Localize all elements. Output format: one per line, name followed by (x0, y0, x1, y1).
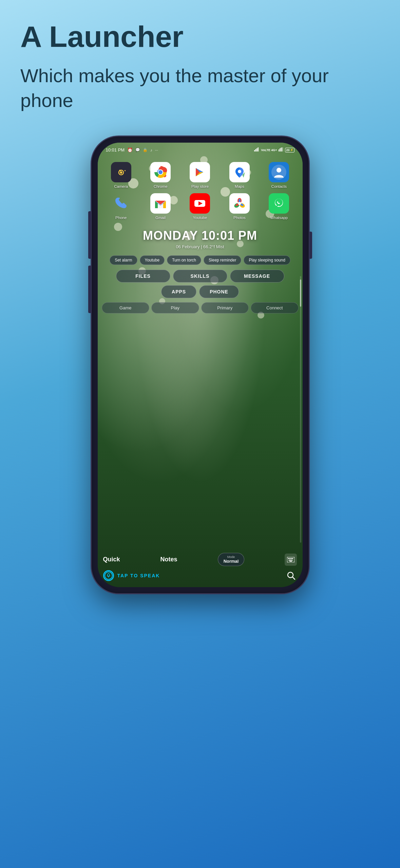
nav-row-2: APPS PHONE (102, 285, 299, 298)
app-item-youtube[interactable]: Youtube (182, 193, 218, 220)
cat-tab-play[interactable]: Play (151, 302, 199, 313)
svg-rect-13 (125, 170, 126, 171)
battery-level: 20 (286, 148, 289, 152)
action-pill-youtube[interactable]: Youtube (140, 255, 165, 265)
mode-pill[interactable]: Mode Normal (218, 553, 245, 566)
svg-rect-3 (258, 147, 259, 151)
whatsapp-icon (269, 193, 289, 214)
nav-btn-skills[interactable]: SKILLS (173, 270, 227, 283)
signal-type: VoLTE 4G+ (261, 148, 277, 152)
svg-rect-42 (291, 558, 292, 559)
page-wrapper: A Launcher Which makes you the master of… (0, 0, 400, 620)
svg-rect-2 (256, 148, 258, 152)
tap-label: TAP TO SPEAK (117, 573, 160, 578)
clock-time: MONDAY 10:01 PM (101, 229, 299, 243)
action-pill-alarm[interactable]: Set alarm (110, 255, 137, 265)
keyboard-button[interactable] (285, 554, 297, 566)
photos-icon (229, 193, 250, 214)
svg-rect-47 (289, 561, 292, 562)
status-right: VoLTE 4G+ (254, 147, 294, 152)
app-grid-row2: Phone (98, 192, 303, 223)
action-pill-torch[interactable]: Turn on torch (167, 255, 201, 265)
status-icon3: 🔒 (143, 148, 148, 152)
scrollbar (300, 276, 301, 543)
svg-rect-12 (119, 170, 121, 171)
clock-section: MONDAY 10:01 PM 06 February | 66.2°f Mis… (98, 223, 303, 253)
mic-ring-icon (103, 570, 114, 581)
contacts-label: Contacts (271, 184, 287, 188)
clock-date: 06 February | 66.2°f Mist (101, 244, 299, 249)
svg-point-36 (238, 202, 241, 205)
mode-small-label: Mode (227, 555, 235, 559)
gmail-label: Gmail (155, 216, 166, 220)
screen-content: 10:01 PM ⏰ 💬 🔒 ♪ ··· (98, 143, 303, 587)
nav-row-1: FILES SKILLS MESSAGE (102, 270, 299, 283)
app-item-maps[interactable]: Maps (222, 162, 258, 188)
svg-point-19 (158, 170, 163, 174)
svg-point-48 (108, 574, 110, 576)
svg-rect-41 (289, 558, 290, 559)
svg-rect-6 (281, 148, 281, 151)
app-item-playstore[interactable]: Play store (182, 162, 218, 188)
svg-rect-8 (283, 147, 283, 151)
bottom-row2: TAP TO SPEAK (103, 569, 297, 582)
status-whatsapp-icon: 💬 (135, 148, 140, 152)
svg-point-25 (277, 168, 281, 173)
cat-tab-game[interactable]: Game (102, 302, 150, 313)
whatsapp-label: Whatsapp (270, 216, 288, 220)
svg-rect-44 (289, 560, 290, 561)
app-item-camera[interactable]: Camera (103, 162, 139, 188)
nav-btn-apps[interactable]: APPS (161, 285, 196, 298)
svg-line-51 (292, 577, 295, 579)
app-item-photos[interactable]: Photos (222, 193, 258, 220)
phone-icon (111, 193, 131, 214)
maps-label: Maps (235, 184, 244, 188)
chrome-label: Chrome (154, 184, 168, 188)
status-more-icon: ··· (155, 148, 158, 152)
notes-label[interactable]: Notes (160, 556, 177, 563)
app-grid-row1: Camera (98, 155, 303, 192)
app-item-chrome[interactable]: Chrome (142, 162, 178, 188)
camera-label: Camera (114, 184, 128, 188)
gmail-icon (150, 193, 171, 214)
app-item-whatsapp[interactable]: Whatsapp (261, 193, 297, 220)
app-item-gmail[interactable]: Gmail (142, 193, 178, 220)
search-button[interactable] (285, 569, 297, 582)
app-item-contacts[interactable]: Contacts (261, 162, 297, 188)
youtube-label: Youtube (193, 216, 207, 220)
cat-tab-primary[interactable]: Primary (201, 302, 249, 313)
action-pill-sleep[interactable]: Sleep reminder (204, 255, 241, 265)
nav-buttons: FILES SKILLS MESSAGE APPS PHONE (98, 268, 303, 300)
status-bar: 10:01 PM ⏰ 💬 🔒 ♪ ··· (98, 143, 303, 155)
bottom-bar: Quick Notes Mode Normal (98, 550, 303, 587)
quick-actions: Set alarm Youtube Turn on torch Sleep re… (98, 253, 303, 268)
photos-label: Photos (233, 216, 246, 220)
svg-rect-7 (282, 147, 282, 151)
bottom-row1: Quick Notes Mode Normal (103, 553, 297, 566)
nav-btn-message[interactable]: MESSAGE (230, 270, 284, 283)
status-alarm-icon: ⏰ (127, 147, 133, 152)
chrome-icon (150, 162, 171, 182)
phone-screen: 10:01 PM ⏰ 💬 🔒 ♪ ··· (98, 143, 303, 587)
nav-btn-phone[interactable]: PHONE (199, 285, 239, 298)
svg-rect-46 (291, 560, 292, 561)
nav-btn-files[interactable]: FILES (116, 270, 170, 283)
phone-mockup: 10:01 PM ⏰ 💬 🔒 ♪ ··· (92, 137, 309, 593)
status-icon4: ♪ (150, 148, 152, 152)
svg-rect-45 (290, 560, 291, 561)
category-tabs: Game Play Primary Connect (98, 300, 303, 315)
svg-rect-4 (279, 149, 279, 151)
maps-icon (229, 162, 250, 182)
quick-label[interactable]: Quick (103, 556, 120, 563)
app-item-phone[interactable]: Phone (103, 193, 139, 220)
tap-to-speak[interactable]: TAP TO SPEAK (103, 570, 160, 581)
signal-bars2-icon (279, 147, 283, 152)
svg-rect-40 (288, 558, 289, 559)
playstore-label: Play store (191, 184, 209, 188)
status-time: 10:01 PM (106, 147, 125, 152)
cat-tab-connect[interactable]: Connect (251, 302, 299, 313)
svg-rect-43 (292, 558, 293, 559)
phone-label: Phone (115, 216, 127, 220)
action-pill-sound[interactable]: Play sleeping sound (244, 255, 290, 265)
phone-outer: 10:01 PM ⏰ 💬 🔒 ♪ ··· (92, 137, 309, 593)
